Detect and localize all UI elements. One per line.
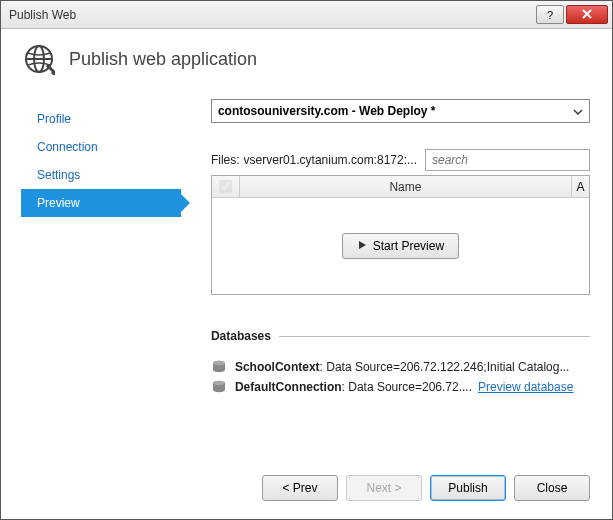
dialog-header: Publish web application [1,29,612,85]
database-name: SchoolContext [235,360,320,374]
profile-dropdown[interactable]: contosouniversity.com - Web Deploy * [211,99,590,123]
files-row: Files: vserver01.cytanium.com:8172:... [211,149,590,171]
databases-heading: Databases [211,329,590,343]
prev-button[interactable]: < Prev [262,475,338,501]
publish-button[interactable]: Publish [430,475,506,501]
profile-row: contosouniversity.com - Web Deploy * [211,99,590,123]
main-panel: contosouniversity.com - Web Deploy * Fil… [181,99,590,461]
sidebar-item-connection[interactable]: Connection [21,133,181,161]
play-icon [357,239,367,253]
page-title: Publish web application [69,49,257,70]
sidebar-item-preview[interactable]: Preview [21,189,181,217]
svg-marker-4 [359,241,366,249]
select-all-checkbox[interactable] [219,180,232,193]
grid-body: Start Preview [212,198,589,294]
database-icon [211,380,227,394]
grid-column-name[interactable]: Name [240,176,571,197]
publish-web-dialog: Publish Web ? Publish we [0,0,613,520]
files-label: Files: [211,153,240,167]
sidebar: Profile Connection Settings Preview [21,99,181,461]
close-button[interactable]: Close [514,475,590,501]
dialog-footer: < Prev Next > Publish Close [1,461,612,519]
preview-database-link[interactable]: Preview database [478,380,573,394]
svg-point-8 [213,381,225,385]
start-preview-label: Start Preview [373,239,444,253]
svg-point-6 [213,361,225,365]
database-row-defaultconnection: DefaultConnection : Data Source=206.72..… [211,377,590,397]
sidebar-item-profile[interactable]: Profile [21,105,181,133]
close-window-button[interactable] [566,5,608,24]
database-row-schoolcontext: SchoolContext : Data Source=206.72.122.2… [211,357,590,377]
globe-icon [23,43,55,75]
help-button[interactable]: ? [536,5,564,24]
window-controls: ? [534,5,608,24]
grid-header: Name A [212,176,589,198]
sidebar-item-settings[interactable]: Settings [21,161,181,189]
window-title: Publish Web [9,8,534,22]
files-path: vserver01.cytanium.com:8172:... [244,153,417,167]
database-icon [211,360,227,374]
profile-selected-value: contosouniversity.com - Web Deploy * [218,104,436,118]
database-name: DefaultConnection [235,380,342,394]
preview-grid: Name A Start Preview [211,175,590,295]
sidebar-item-label: Profile [37,112,71,126]
next-button: Next > [346,475,422,501]
close-icon [581,9,593,21]
sidebar-item-label: Settings [37,168,80,182]
databases-heading-label: Databases [211,329,271,343]
sidebar-item-label: Connection [37,140,98,154]
database-detail: : Data Source=206.72.122.246;Initial Cat… [320,360,570,374]
start-preview-button[interactable]: Start Preview [342,233,459,259]
databases-section: Databases SchoolContext : Data Source=20… [211,329,590,397]
section-divider [279,336,590,337]
database-detail: : Data Source=206.72.... [342,380,472,394]
titlebar: Publish Web ? [1,1,612,29]
grid-select-all[interactable] [212,176,240,197]
search-input[interactable] [425,149,590,171]
sidebar-item-label: Preview [37,196,80,210]
chevron-down-icon [573,104,583,118]
help-icon: ? [547,9,553,21]
dialog-body: Profile Connection Settings Preview cont… [1,85,612,461]
grid-column-extra[interactable]: A [571,176,589,197]
